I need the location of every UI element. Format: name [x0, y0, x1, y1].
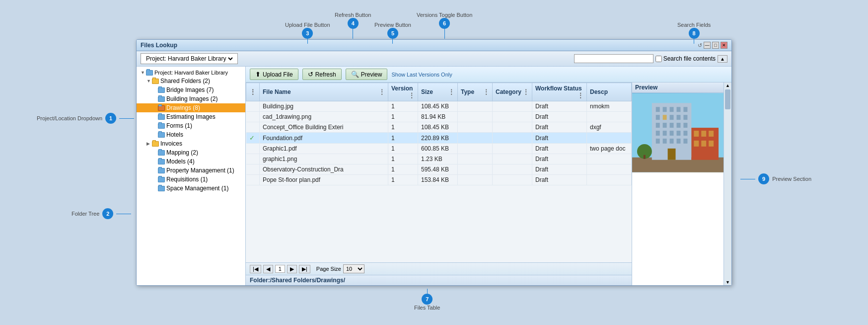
file-status: Draft — [532, 164, 587, 175]
folder-hotels[interactable]: Hotels — [137, 130, 245, 139]
table-row[interactable]: ✓ Foundation.pdf 1 220.89 KB Draft — [246, 133, 632, 144]
next-page-btn[interactable]: ▶ — [287, 265, 297, 273]
col-menu-icon[interactable]: ⋮ — [578, 92, 583, 99]
file-category — [493, 101, 532, 112]
project-select[interactable]: Project: Harvard Baker Library — [144, 55, 234, 63]
table-row[interactable]: cad_1drawing.png 1 81.94 KB Draft — [246, 112, 632, 122]
dots-icon[interactable]: ⋮ — [249, 88, 256, 96]
svg-rect-12 — [683, 115, 687, 120]
file-category — [493, 144, 532, 154]
folder-root[interactable]: ▼ Project: Harvard Baker Library — [137, 69, 245, 77]
col-descp[interactable]: Descp — [587, 83, 632, 101]
table-row[interactable]: graphic1.png 1 1.23 KB Draft — [246, 154, 632, 164]
folder-shared[interactable]: ▼ Shared Folders (2) — [137, 77, 245, 85]
svg-rect-35 — [709, 141, 714, 147]
file-type — [458, 144, 493, 154]
row-check — [246, 164, 260, 175]
folder-requisitions[interactable]: Requisitions (1) — [137, 175, 245, 184]
col-version[interactable]: Version ⋮ — [388, 83, 418, 101]
svg-rect-5 — [670, 107, 674, 112]
file-version: 1 — [388, 154, 418, 164]
scrollbar-thumb[interactable] — [725, 89, 730, 109]
preview-button[interactable]: 🔍 Preview — [346, 69, 388, 80]
col-menu-icon[interactable]: ⋮ — [448, 88, 454, 95]
folder-building-images[interactable]: Building Images (2) — [137, 94, 245, 103]
table-row[interactable]: Building.jpg 1 108.45 KB Draft nmokm — [246, 101, 632, 112]
col-menu-icon[interactable]: ⋮ — [523, 88, 529, 95]
preview-building-svg — [632, 93, 723, 172]
close-button[interactable]: ✕ — [721, 42, 727, 49]
table-row[interactable]: Concept_Office Building Exteri 1 108.45 … — [246, 122, 632, 133]
page-size-select[interactable]: 10 25 50 100 — [343, 264, 364, 273]
col-filename[interactable]: File Name ⋮ — [260, 83, 388, 101]
svg-rect-9 — [663, 115, 667, 120]
col-menu-icon[interactable]: ⋮ — [379, 88, 385, 95]
folder-icon — [158, 114, 165, 120]
folder-name: Property Management (1) — [166, 167, 234, 174]
folder-drawings[interactable]: Drawings (8) — [137, 103, 245, 112]
table-row[interactable]: Observatory-Construction_Dra 1 595.48 KB… — [246, 164, 632, 175]
col-size[interactable]: Size ⋮ — [418, 83, 458, 101]
table-row[interactable]: Graphic1.pdf 1 600.85 KB Draft two page … — [246, 144, 632, 154]
file-descp: dxgf — [587, 122, 632, 133]
main-toolbar: Project: Harvard Baker Library Search fi… — [137, 51, 731, 67]
file-type — [458, 101, 493, 112]
file-name[interactable]: Concept_Office Building Exteri — [260, 122, 388, 133]
last-page-btn[interactable]: ▶| — [299, 265, 310, 273]
col-type[interactable]: Type ⋮ — [458, 83, 493, 101]
file-version: 1 — [388, 122, 418, 133]
files-content: ⋮ File Name ⋮ Version ⋮ — [246, 82, 731, 285]
folder-property-management[interactable]: Property Management (1) — [137, 166, 245, 175]
prev-page-btn[interactable]: ◀ — [263, 265, 273, 273]
scroll-up-btn[interactable]: ▲ — [724, 82, 731, 88]
col-menu-icon[interactable]: ⋮ — [409, 92, 415, 99]
file-name[interactable]: graphic1.png — [260, 154, 388, 164]
action-toolbar: ⬆ Upload File ↺ Refresh 🔍 Preview Show L… — [246, 67, 731, 82]
col-category[interactable]: Category ⋮ — [493, 83, 532, 101]
col-workflow[interactable]: Workflow Status ⋮ — [532, 83, 587, 101]
folder-space-management[interactable]: Space Management (1) — [137, 184, 245, 193]
first-page-btn[interactable]: |◀ — [250, 265, 261, 273]
file-name[interactable]: cad_1drawing.png — [260, 112, 388, 122]
file-name[interactable]: Graphic1.pdf — [260, 144, 388, 154]
folder-models[interactable]: Models (4) — [137, 157, 245, 166]
refresh-button[interactable]: ↺ Refresh — [302, 69, 342, 80]
svg-rect-6 — [677, 107, 681, 112]
files-data-table: ⋮ File Name ⋮ Version ⋮ — [246, 82, 632, 185]
file-version: 1 — [388, 112, 418, 122]
shared-folders-label: Shared Folders (2) — [160, 78, 210, 84]
file-name[interactable]: Foundation.pdf — [260, 133, 388, 144]
search-contents-label[interactable]: Search file contents — [655, 55, 716, 62]
versions-toggle[interactable]: Show Last Versions Only — [391, 72, 452, 78]
folder-estimating-images[interactable]: Estimating Images — [137, 112, 245, 121]
folder-icon — [158, 186, 165, 191]
files-table: ⋮ File Name ⋮ Version ⋮ — [246, 82, 632, 262]
upload-file-button[interactable]: ⬆ Upload File — [250, 69, 298, 80]
file-name[interactable]: Building.jpg — [260, 101, 388, 112]
row-check — [246, 122, 260, 133]
file-name[interactable]: Pope St-floor plan.pdf — [260, 175, 388, 185]
folder-icon — [146, 70, 153, 76]
search-input[interactable] — [574, 54, 653, 63]
file-name[interactable]: Observatory-Construction_Dra — [260, 164, 388, 175]
project-dropdown[interactable]: Project: Harvard Baker Library — [141, 53, 238, 64]
svg-rect-19 — [663, 131, 667, 136]
search-contents-checkbox[interactable] — [655, 56, 662, 62]
folder-forms[interactable]: Forms (1) — [137, 121, 245, 130]
col-menu-icon[interactable]: ⋮ — [483, 88, 489, 95]
table-row[interactable]: Pope St-floor plan.pdf 1 153.84 KB Draft — [246, 175, 632, 185]
folder-mapping[interactable]: Mapping (2) — [137, 148, 245, 157]
folder-name: Space Management (1) — [166, 185, 228, 192]
scroll-up-btn[interactable]: ▲ — [718, 55, 727, 63]
folder-invoices[interactable]: ▶ Invoices — [137, 139, 245, 148]
vertical-scrollbar[interactable]: ▲ ▼ — [723, 82, 731, 285]
file-size: 108.45 KB — [418, 101, 458, 112]
svg-rect-11 — [677, 115, 681, 120]
folder-icon — [158, 87, 165, 93]
scroll-down-btn[interactable]: ▼ — [724, 279, 731, 285]
window-title: Files Lookup — [141, 42, 177, 49]
maximize-button[interactable]: □ — [712, 42, 719, 49]
svg-rect-30 — [694, 131, 699, 137]
col-dots[interactable]: ⋮ — [246, 83, 260, 101]
folder-bridge-images[interactable]: Bridge Images (7) — [137, 85, 245, 94]
